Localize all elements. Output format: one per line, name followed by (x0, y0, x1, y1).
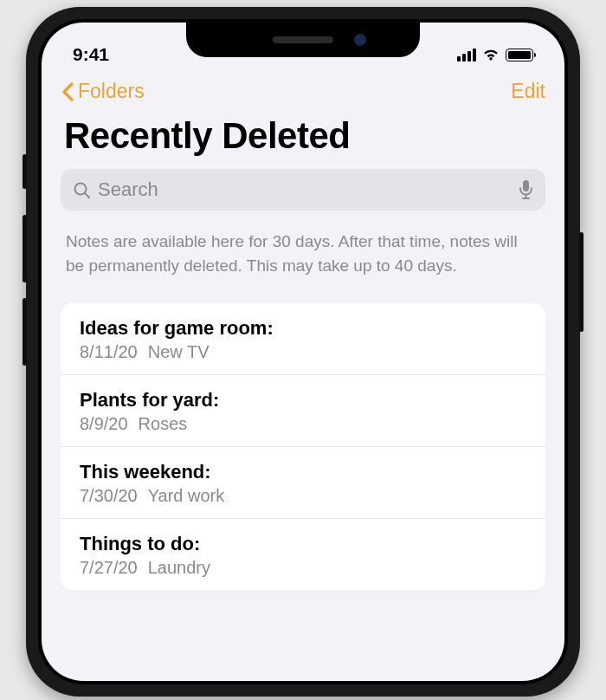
note-date: 8/11/20 (80, 342, 138, 362)
list-item[interactable]: Ideas for game room: 8/11/20 New TV (61, 303, 545, 374)
note-title: Ideas for game room: (80, 317, 526, 340)
power-button (579, 232, 583, 332)
list-item[interactable]: This weekend: 7/30/20 Yard work (61, 446, 545, 518)
note-preview: Laundry (148, 558, 210, 578)
note-date: 7/27/20 (80, 558, 138, 578)
note-date: 7/30/20 (80, 486, 138, 506)
note-date: 8/9/20 (80, 414, 128, 434)
wifi-icon (481, 48, 500, 62)
list-item[interactable]: Plants for yard: 8/9/20 Roses (61, 374, 545, 446)
screen: 9:41 Folders Ed (42, 23, 564, 681)
note-title: Plants for yard: (80, 389, 526, 412)
chevron-left-icon (61, 81, 74, 102)
volume-down-button (23, 298, 27, 366)
note-title: This weekend: (80, 461, 526, 483)
notch (186, 23, 420, 57)
note-preview: Yard work (148, 486, 225, 506)
battery-icon (506, 49, 533, 62)
back-label: Folders (78, 80, 145, 103)
search-input[interactable]: Search (61, 169, 545, 211)
notes-list: Ideas for game room: 8/11/20 New TV Plan… (61, 303, 545, 590)
volume-up-button (23, 215, 27, 282)
note-preview: New TV (148, 342, 210, 362)
search-icon (73, 181, 91, 199)
nav-bar: Folders Edit (42, 71, 564, 108)
back-button[interactable]: Folders (61, 80, 145, 103)
edit-button[interactable]: Edit (511, 80, 545, 103)
retention-info: Notes are available here for 30 days. Af… (42, 211, 564, 303)
svg-rect-2 (523, 180, 529, 191)
dictation-icon[interactable] (519, 179, 533, 200)
search-placeholder: Search (98, 178, 512, 201)
note-title: Things to do: (80, 533, 526, 555)
page-title: Recently Deleted (42, 108, 564, 169)
list-item[interactable]: Things to do: 7/27/20 Laundry (61, 518, 545, 590)
silent-switch (23, 154, 27, 189)
note-preview: Roses (139, 414, 188, 434)
cellular-icon (457, 49, 476, 62)
phone-frame: 9:41 Folders Ed (26, 7, 580, 697)
svg-line-1 (85, 193, 89, 198)
